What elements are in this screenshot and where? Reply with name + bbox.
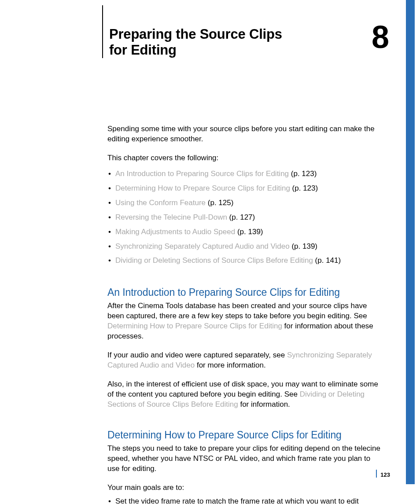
chapter-number: 8 [372,21,389,53]
page-number: 123 [380,471,390,478]
toc-link[interactable]: Making Adjustments to Audio Speed [115,228,235,236]
intro-paragraph: Spending some time with your source clip… [107,124,384,144]
text-run: If your audio and video were captured se… [107,351,287,359]
toc-page: (p. 139) [291,242,317,250]
toc-link[interactable]: Dividing or Deleting Sections of Source … [115,256,313,265]
section-heading: Determining How to Prepare Source Clips … [107,428,384,442]
toc-item: Dividing or Deleting Sections of Source … [107,254,384,268]
body-paragraph: Also, in the interest of efficient use o… [107,379,384,410]
list-item: Set the video frame rate to match the fr… [107,496,384,504]
text-run: After the Cinema Tools database has been… [107,302,367,320]
toc-item: Reversing the Telecine Pull-Down (p. 127… [107,210,384,225]
toc-page: (p. 127) [229,213,255,221]
body-paragraph: After the Cinema Tools database has been… [107,301,384,342]
page-body: Spending some time with your source clip… [107,124,384,504]
toc-page: (p. 139) [237,228,263,236]
text-run: The steps you need to take to prepare yo… [107,444,384,474]
toc-page: (p. 125) [208,199,234,207]
page-footer: 123 [376,470,390,478]
goals-list: Set the video frame rate to match the fr… [107,496,384,504]
side-tab [406,0,415,484]
goals-intro: Your main goals are to: [107,483,384,493]
body-paragraph: The steps you need to take to prepare yo… [107,444,384,474]
toc-page: (p. 141) [315,256,341,265]
text-run: for information. [238,400,290,408]
toc-item: Making Adjustments to Audio Speed (p. 13… [107,225,384,239]
toc-item: Synchronizing Separately Captured Audio … [107,239,384,254]
covers-line: This chapter covers the following: [107,153,384,163]
body-paragraph: If your audio and video were captured se… [107,350,384,371]
toc-page: (p. 123) [291,169,317,178]
chapter-header: Preparing the Source Clips for Editing [102,5,385,58]
toc-item: Determining How to Prepare Source Clips … [107,181,384,196]
toc-link[interactable]: An Introduction to Preparing Source Clip… [115,169,289,178]
section-heading: An Introduction to Preparing Source Clip… [107,286,384,299]
toc-link[interactable]: Determining How to Prepare Source Clips … [115,184,290,192]
toc-link[interactable]: Reversing the Telecine Pull-Down [115,213,227,221]
chapter-toc: An Introduction to Preparing Source Clip… [107,167,384,269]
chapter-title: Preparing the Source Clips for Editing [109,26,294,58]
toc-page: (p. 123) [292,184,318,192]
toc-link[interactable]: Using the Conform Feature [115,199,206,207]
inline-link[interactable]: Determining How to Prepare Source Clips … [107,322,282,330]
toc-item: Using the Conform Feature (p. 125) [107,196,384,210]
toc-link[interactable]: Synchronizing Separately Captured Audio … [115,242,290,250]
text-run: for more information. [195,361,266,369]
toc-item: An Introduction to Preparing Source Clip… [107,167,384,181]
